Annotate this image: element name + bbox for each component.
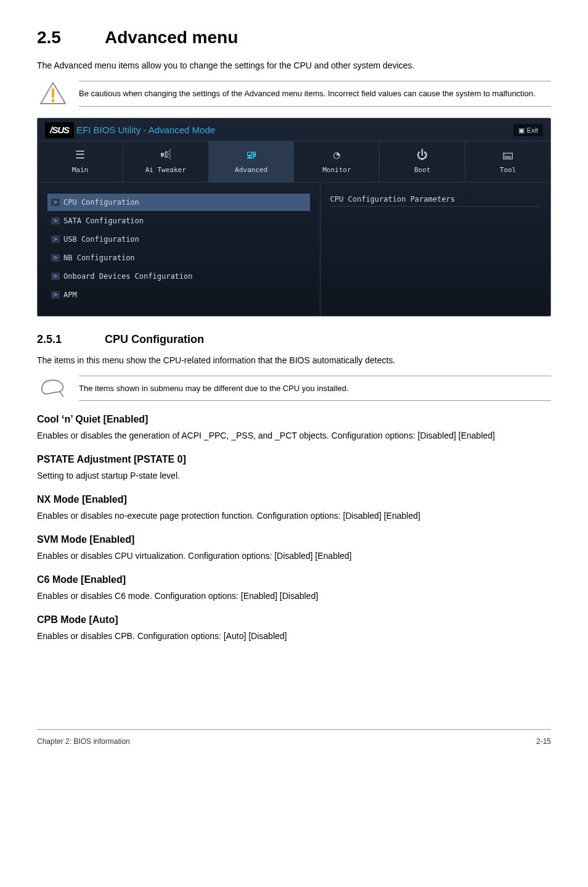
bios-menu-list: >CPU Configuration>SATA Configuration>US… [38,183,320,316]
tweaker-icon: 🕬 [126,146,206,163]
bios-menu-item-label: Onboard Devices Configuration [63,271,193,282]
bios-tabs: ☰Main🕬Ai Tweaker🖳Advanced◔Monitor⏻Boot🖴T… [38,141,550,183]
subsection-title: 2.5.1CPU Configuration [37,331,551,348]
footer-chapter: Chapter 2: BIOS information [37,736,130,747]
bios-tab-advanced[interactable]: 🖳Advanced [209,141,295,182]
section-heading-text: Advanced menu [105,28,238,47]
option-heading: NX Mode [Enabled] [37,492,551,507]
tab-label: Monitor [296,165,377,176]
bios-tab-tool[interactable]: 🖴Tool [465,141,550,182]
caution-text: Be cautious when changing the settings o… [79,81,551,107]
section-intro: The Advanced menu items allow you to cha… [37,59,551,72]
chevron-right-icon: > [51,273,60,280]
bios-menu-item[interactable]: >APM [47,286,310,303]
section-number: 2.5 [37,25,105,51]
note-text: The items shown in submenu may be differ… [79,376,551,402]
caution-callout: Be cautious when changing the settings o… [37,81,551,107]
bios-screenshot: /SUSEFI BIOS Utility - Advanced Mode ▣ E… [37,118,551,316]
subsection-intro: The items in this menu show the CPU-rela… [37,354,551,367]
bios-tab-main[interactable]: ☰Main [38,141,123,182]
option-description: Enables or disables no-execute page prot… [37,510,551,522]
bios-tab-monitor[interactable]: ◔Monitor [294,141,380,182]
exit-label: Exit [527,125,538,136]
bios-logo: /SUS [45,122,74,139]
bios-menu-item-label: CPU Configuration [63,197,139,208]
bios-menu-item-label: APM [63,289,77,300]
bios-menu-item[interactable]: >SATA Configuration [47,212,310,229]
tab-label: Ai Tweaker [126,165,206,176]
bios-menu-item[interactable]: >NB Configuration [47,249,310,266]
tab-label: Main [40,165,120,176]
section-title: 2.5Advanced menu [37,25,551,51]
list-icon: ☰ [40,146,120,163]
bios-title: /SUSEFI BIOS Utility - Advanced Mode [45,122,215,139]
option-description: Enables or disables C6 mode. Configurati… [37,590,551,603]
tool-icon: 🖴 [468,146,548,163]
chevron-right-icon: > [51,254,60,262]
bios-title-text: EFI BIOS Utility - Advanced Mode [76,125,215,135]
subsection-heading-text: CPU Configuration [105,333,204,345]
bios-menu-item[interactable]: >USB Configuration [47,231,310,248]
bios-menu-item[interactable]: >CPU Configuration [47,194,310,211]
footer-page-number: 2-15 [536,736,551,747]
bios-tab-boot[interactable]: ⏻Boot [380,141,465,182]
option-heading: CPB Mode [Auto] [37,613,551,627]
bios-menu-item-label: SATA Configuration [63,215,144,226]
option-description: Enables or disables CPB. Configuration o… [37,630,551,643]
caution-icon [37,81,69,105]
tab-label: Tool [468,165,548,176]
subsection-number: 2.5.1 [37,331,105,348]
bios-menu-item[interactable]: >Onboard Devices Configuration [47,268,310,285]
power-icon: ⏻ [382,146,462,163]
option-description: Setting to adjust startup P-state level. [37,469,551,482]
bios-help-panel: CPU Configuration Parameters [320,183,550,316]
exit-icon: ▣ [518,125,525,136]
bios-help-title: CPU Configuration Parameters [330,194,541,207]
option-heading: Cool ‘n’ Quiet [Enabled] [37,412,551,427]
bios-titlebar: /SUSEFI BIOS Utility - Advanced Mode ▣ E… [38,118,550,142]
chevron-right-icon: > [51,236,60,243]
option-description: Enables or disables CPU virtualization. … [37,550,551,563]
bios-body: >CPU Configuration>SATA Configuration>US… [38,183,550,316]
bios-menu-item-label: NB Configuration [63,252,135,263]
chevron-right-icon: > [51,217,60,225]
chevron-right-icon: > [51,199,60,206]
option-description: Enables or disables the generation of AC… [37,429,551,442]
chip-icon: 🖳 [211,146,292,163]
option-heading: PSTATE Adjustment [PSTATE 0] [37,452,551,467]
chevron-right-icon: > [51,291,60,299]
note-callout: The items shown in submenu may be differ… [37,376,551,402]
svg-point-1 [52,99,55,102]
option-heading: SVM Mode [Enabled] [37,532,551,547]
note-icon [37,376,69,398]
tab-label: Boot [382,165,462,176]
tab-label: Advanced [211,165,292,176]
bios-tab-ai-tweaker[interactable]: 🕬Ai Tweaker [123,141,209,182]
exit-button[interactable]: ▣ Exit [513,124,543,137]
gauge-icon: ◔ [296,146,377,163]
option-heading: C6 Mode [Enabled] [37,572,551,587]
bios-menu-item-label: USB Configuration [63,234,139,245]
page-footer: Chapter 2: BIOS information 2-15 [37,729,551,747]
